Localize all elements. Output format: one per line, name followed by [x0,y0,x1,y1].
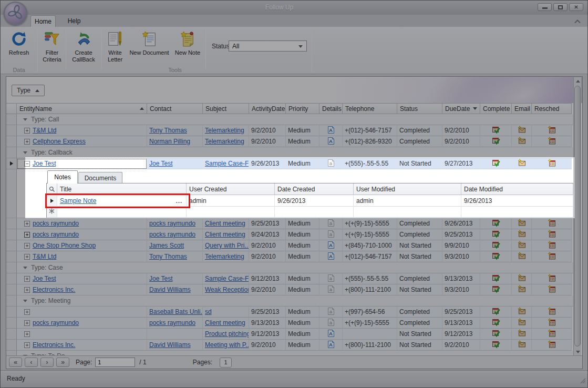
column-header-entityname[interactable]: EntityName [17,103,147,114]
contact-link[interactable]: Baseball Bats Unli... [149,308,203,315]
details-A-icon[interactable]: A [327,252,335,262]
details-A-icon[interactable]: A [327,340,335,350]
email-icon[interactable] [518,285,526,295]
email-icon[interactable] [518,241,526,251]
tab-notes[interactable]: Notes [47,170,78,183]
resched-icon[interactable] [548,137,556,147]
group-by-chip-type[interactable]: Type [12,85,45,96]
complete-icon[interactable] [492,230,500,240]
entity-link[interactable]: pocks raymundo [33,319,79,326]
column-header-contact[interactable]: Contact [147,103,203,114]
subject-link[interactable]: Product pitching [205,330,249,338]
subject-link[interactable]: Sample Case-F... [205,160,249,167]
subject-link[interactable]: sd [205,308,212,315]
complete-icon[interactable] [492,318,500,328]
scroll-down-button[interactable] [574,348,582,356]
complete-icon[interactable] [492,137,500,147]
subject-link[interactable]: Query with Pri... [205,242,249,249]
app-menu-button[interactable] [4,2,27,25]
page-input[interactable] [95,358,135,367]
prev-page-button[interactable]: ‹ [25,358,38,367]
maximize-button[interactable] [553,3,568,11]
contact-link[interactable]: Norman Pilling [149,138,190,145]
contact-link[interactable]: Tony Thomas [149,253,187,260]
expand-row-button[interactable]: + [24,276,30,282]
collapse-row-button[interactable]: − [24,161,30,167]
write-letter-button[interactable]: Write Letter [102,29,128,71]
email-icon[interactable] [518,274,526,284]
resched-icon[interactable] [548,340,556,350]
resize-grip[interactable] [579,376,586,386]
contact-link[interactable]: David Williams [149,286,191,293]
details-a-icon[interactable]: a [327,285,335,295]
resched-icon[interactable] [548,126,556,136]
contact-link[interactable]: James Scott [149,242,184,249]
tab-documents[interactable]: Documents [78,172,122,183]
entity-link[interactable]: Joe Test [33,160,56,167]
close-button[interactable]: ✕ [569,3,583,11]
minimize-button[interactable] [538,3,552,11]
complete-icon[interactable] [492,159,500,169]
details-A-icon[interactable]: A [327,329,335,339]
expand-row-button[interactable]: + [24,243,30,249]
note-new-row[interactable] [47,207,573,218]
entity-link[interactable]: T&M Ltd [33,253,56,260]
details-a-icon[interactable]: a [327,318,335,328]
contact-link[interactable]: David Williams [149,341,191,349]
collapse-group-icon[interactable] [23,267,27,269]
complete-icon[interactable] [492,219,500,229]
notes-column-header[interactable]: User Modified [354,183,461,195]
complete-icon[interactable] [492,329,500,339]
details-A-icon[interactable]: A [327,137,335,147]
create-callback-button[interactable]: Create CallBack [67,29,100,71]
filter-icon[interactable] [473,107,477,110]
column-header-status[interactable]: Status [397,103,442,114]
resched-icon[interactable] [548,241,556,251]
entity-link[interactable]: Electronics Inc. [33,286,75,293]
collapse-group-icon[interactable] [23,118,27,121]
resched-icon[interactable] [548,230,556,240]
details-A-icon[interactable]: A [327,126,335,136]
scroll-up-button[interactable] [574,77,582,85]
first-page-button[interactable]: « [9,358,22,367]
subject-link[interactable]: Telemarketing [205,138,244,145]
email-icon[interactable] [518,219,526,229]
contact-link[interactable]: Tony Thomas [149,127,187,134]
tab-home[interactable]: Home [30,15,56,27]
entity-link[interactable]: T&M Ltd [33,127,56,134]
subject-link[interactable]: Sample Case-F... [205,275,249,282]
complete-icon[interactable] [492,241,500,251]
complete-icon[interactable] [492,340,500,350]
email-icon[interactable] [518,318,526,328]
subject-link[interactable]: Client meeting [205,220,245,227]
notes-column-header[interactable]: Date Modified [461,183,573,195]
email-icon[interactable] [518,329,526,339]
entity-link[interactable]: Cellphone Express [33,138,86,145]
resched-icon[interactable] [548,159,556,169]
resched-icon[interactable] [548,274,556,284]
next-page-button[interactable]: › [40,358,54,367]
expand-row-button[interactable]: + [24,128,30,134]
details-A-icon[interactable]: A [327,241,335,251]
collapse-group-icon[interactable] [23,300,27,302]
details-a-icon[interactable]: a [327,219,335,229]
column-header-duedate[interactable]: DueDate [442,103,480,114]
titlebar[interactable]: Follow Up ✕ [1,1,587,15]
filter-criteria-button[interactable]: Filter Criteria [39,29,65,71]
subject-link[interactable]: Meeting with P... [205,341,249,349]
expand-row-button[interactable]: + [24,342,30,348]
subject-link[interactable]: Client meeting [205,231,245,238]
expand-row-button[interactable]: + [24,232,30,238]
resched-icon[interactable] [548,307,556,317]
expand-row-button[interactable]: + [24,309,30,315]
expand-row-button[interactable]: + [24,254,30,260]
entity-link[interactable]: Joe Test [33,275,56,282]
entity-link[interactable]: One Stop Phone Shop [33,242,96,249]
notes-column-header[interactable]: User Created [187,183,275,195]
status-dropdown[interactable]: All [229,40,307,52]
tab-help[interactable]: Help [62,15,86,27]
contact-link[interactable]: pocks raymundo [149,319,195,326]
email-icon[interactable] [518,137,526,147]
subject-link[interactable]: Telemarketing [205,127,244,134]
details-a-icon[interactable]: a [327,159,335,169]
